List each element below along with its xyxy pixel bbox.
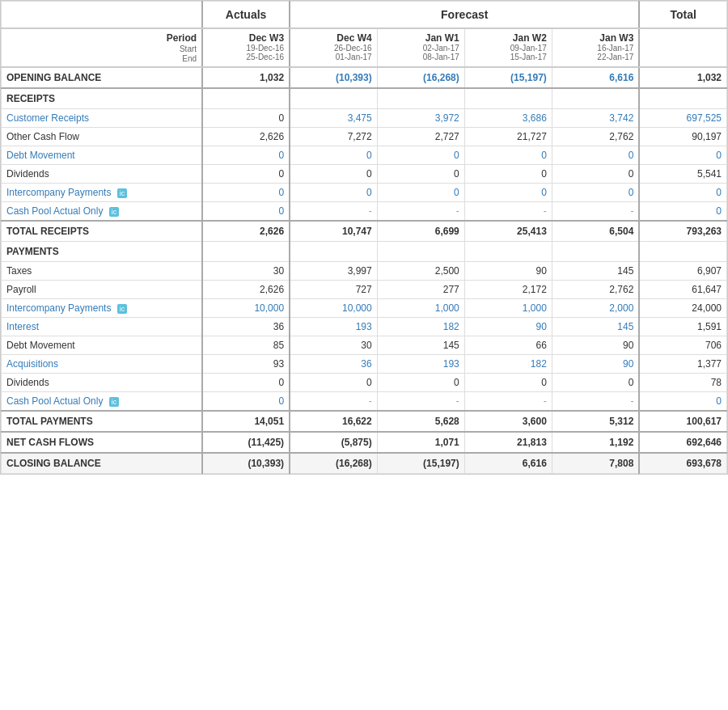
interest-total: 1,591	[639, 318, 726, 336]
cash-pool-receipts-actuals: 0	[202, 202, 290, 222]
acquisitions-f2: 193	[377, 355, 464, 374]
actuals-group-header: Actuals	[202, 2, 290, 29]
intercompany-receipts-label: Intercompany Payments ic	[2, 184, 203, 202]
debt-movement-payments-row: Debt Movement 85 30 145 66 90 706	[2, 336, 727, 355]
taxes-row: Taxes 30 3,997 2,500 90 145 6,907	[2, 262, 727, 281]
total-receipts-f2: 6,699	[377, 221, 464, 242]
acquisitions-row: Acquisitions 93 36 193 182 90 1,377	[2, 355, 727, 374]
period-label-cell: Period Start End	[2, 28, 203, 67]
intercompany-receipts-f2: 0	[377, 184, 464, 202]
total-payments-f4: 5,312	[552, 411, 639, 432]
dividends-payments-actuals: 0	[202, 374, 290, 392]
debt-movement-receipts-total: 0	[639, 146, 726, 165]
dec-w4-week: Dec W4	[295, 32, 372, 44]
receipts-f2-empty	[377, 88, 464, 109]
cash-pool-payments-f1: -	[290, 392, 377, 412]
intercompany-receipts-f4: 0	[552, 184, 639, 202]
dividends-payments-f3: 0	[464, 374, 552, 392]
closing-balance-total: 693,678	[639, 453, 726, 474]
total-payments-f2: 5,628	[377, 411, 464, 432]
intercompany-receipts-row: Intercompany Payments ic 0 0 0 0 0 0	[2, 184, 727, 202]
customer-receipts-label: Customer Receipts	[2, 109, 203, 128]
taxes-label: Taxes	[2, 262, 203, 281]
taxes-actuals: 30	[202, 262, 290, 281]
other-cash-flow-f2: 2,727	[377, 128, 464, 146]
cash-pool-receipts-f3: -	[464, 202, 552, 222]
dec-w3-header: Dec W3 19-Dec-16 25-Dec-16	[202, 28, 290, 67]
opening-balance-f2: (16,268)	[377, 67, 464, 88]
net-cash-flows-row: NET CASH FLOWS (11,425) (5,875) 1,071 21…	[2, 432, 727, 453]
closing-balance-label: CLOSING BALANCE	[2, 453, 203, 474]
end-label: End	[182, 54, 197, 63]
total-payments-total: 100,617	[639, 411, 726, 432]
start-label: Start	[180, 44, 197, 53]
dividends-receipts-total: 5,541	[639, 165, 726, 184]
interest-f4: 145	[552, 318, 639, 336]
cash-pool-payments-row: Cash Pool Actual Only ic 0 - - - - 0	[2, 392, 727, 412]
cash-pool-payments-f4: -	[552, 392, 639, 412]
jan-w1-end: 08-Jan-17	[383, 53, 459, 61]
net-cash-flows-total: 692,646	[639, 432, 726, 453]
debt-movement-payments-total: 706	[639, 336, 726, 355]
other-cash-flow-f4: 2,762	[552, 128, 639, 146]
net-cash-flows-f2: 1,071	[377, 432, 464, 453]
jan-w2-header: Jan W2 09-Jan-17 15-Jan-17	[464, 28, 552, 67]
closing-balance-row: CLOSING BALANCE (10,393) (16,268) (15,19…	[2, 453, 727, 474]
net-cash-flows-actuals: (11,425)	[202, 432, 290, 453]
dividends-payments-label: Dividends	[2, 374, 203, 392]
dividends-receipts-f3: 0	[464, 165, 552, 184]
interest-label: Interest	[2, 318, 203, 336]
opening-balance-label: OPENING BALANCE	[2, 67, 203, 88]
dividends-receipts-f2: 0	[377, 165, 464, 184]
debt-movement-payments-f4: 90	[552, 336, 639, 355]
net-cash-flows-f3: 21,813	[464, 432, 552, 453]
closing-balance-f4: 7,808	[552, 453, 639, 474]
opening-balance-actuals: 1,032	[202, 67, 290, 88]
debt-movement-receipts-f2: 0	[377, 146, 464, 165]
intercompany-payments-f2: 1,000	[377, 299, 464, 318]
taxes-total: 6,907	[639, 262, 726, 281]
opening-balance-f4: 6,616	[552, 67, 639, 88]
customer-receipts-total: 697,525	[639, 109, 726, 128]
intercompany-payments-ic-badge: ic	[117, 304, 128, 314]
acquisitions-actuals: 93	[202, 355, 290, 374]
dec-w3-end: 25-Dec-16	[208, 53, 284, 61]
total-payments-f1: 16,622	[290, 411, 377, 432]
receipts-total-empty	[639, 88, 726, 109]
dec-w3-start: 19-Dec-16	[208, 44, 284, 53]
period-text: Period	[167, 32, 197, 44]
jan-w3-start: 16-Jan-17	[557, 44, 634, 53]
intercompany-payments-label-text: Intercompany Payments	[6, 302, 111, 314]
debt-movement-receipts-f1: 0	[290, 146, 377, 165]
interest-row: Interest 36 193 182 90 145 1,591	[2, 318, 727, 336]
jan-w2-end: 15-Jan-17	[470, 53, 547, 61]
total-payments-actuals: 14,051	[202, 411, 290, 432]
forecast-group-header: Forecast	[290, 2, 639, 29]
dec-w4-end: 01-Jan-17	[295, 53, 372, 61]
dividends-payments-f4: 0	[552, 374, 639, 392]
closing-balance-f3: 6,616	[464, 453, 552, 474]
dividends-payments-row: Dividends 0 0 0 0 0 78	[2, 374, 727, 392]
receipts-actuals-empty	[202, 88, 290, 109]
intercompany-payments-f4: 2,000	[552, 299, 639, 318]
column-group-header: Actuals Forecast Total	[2, 2, 727, 29]
receipts-f4-empty	[552, 88, 639, 109]
closing-balance-f2: (15,197)	[377, 453, 464, 474]
jan-w3-week: Jan W3	[557, 32, 634, 44]
debt-movement-receipts-row: Debt Movement 0 0 0 0 0 0	[2, 146, 727, 165]
cash-pool-payments-label-text: Cash Pool Actual Only	[6, 395, 103, 407]
jan-w1-week: Jan W1	[383, 32, 459, 44]
taxes-f1: 3,997	[290, 262, 377, 281]
intercompany-payments-row: Intercompany Payments ic 10,000 10,000 1…	[2, 299, 727, 318]
customer-receipts-f2: 3,972	[377, 109, 464, 128]
debt-movement-payments-actuals: 85	[202, 336, 290, 355]
acquisitions-f1: 36	[290, 355, 377, 374]
other-cash-flow-total: 90,197	[639, 128, 726, 146]
dividends-payments-total: 78	[639, 374, 726, 392]
intercompany-receipts-actuals: 0	[202, 184, 290, 202]
cash-pool-payments-ic-badge: ic	[109, 397, 120, 407]
dividends-receipts-row: Dividends 0 0 0 0 0 5,541	[2, 165, 727, 184]
label-header	[2, 2, 203, 29]
intercompany-payments-total: 24,000	[639, 299, 726, 318]
other-cash-flow-row: Other Cash Flow 2,626 7,272 2,727 21,727…	[2, 128, 727, 146]
